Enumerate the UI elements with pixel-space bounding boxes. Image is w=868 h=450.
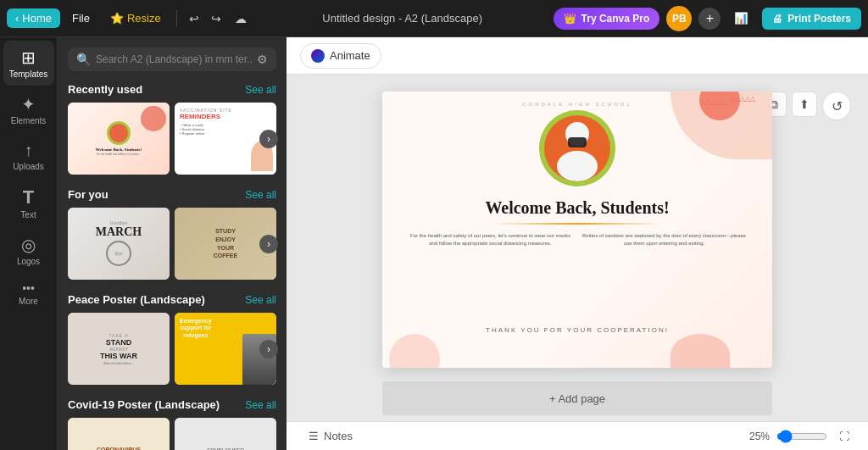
undo-redo-group: ↩ ↪ (184, 8, 226, 29)
document-title: Untitled design - A2 (Landscape) (322, 12, 482, 25)
covid-poster-see-all[interactable]: See all (245, 399, 276, 411)
home-button[interactable]: ‹ Home (7, 8, 60, 28)
template-welcome-back[interactable]: Welcome Back, Students! For the health a… (68, 103, 170, 175)
for-you-grid: Goodbye MARCH Bye STUDYENJOYYOURCOFFEE › (68, 208, 276, 280)
crown-icon: 👑 (564, 13, 576, 25)
print-icon: 🖨 (772, 13, 782, 25)
notes-button[interactable]: ☰ Notes (300, 426, 361, 446)
peace-poster-header: Peace Poster (Landscape) See all (68, 293, 276, 306)
text-icon: T (23, 186, 34, 208)
bottom-bar: ☰ Notes 25% ⛶ (287, 421, 868, 450)
for-you-header: For you See all (68, 188, 276, 201)
recently-used-nav-arrow[interactable]: › (259, 130, 278, 148)
print-posters-button[interactable]: 🖨 Print Posters (762, 8, 861, 30)
peace-poster-grid: TAKE A STAND AGAINST THIS WAR Black and … (68, 313, 276, 385)
poster-body-text: For the health and safety of our peers, … (382, 232, 772, 247)
user-avatar-button[interactable]: PB (666, 6, 692, 31)
template-march[interactable]: Goodbye MARCH Bye (68, 208, 170, 280)
recently-used-see-all[interactable]: See all (245, 84, 276, 96)
poster-canvas: △△△△△ △△△△△ CORDALE HIGH SCHOOL (382, 92, 772, 368)
poster-content: △△△△△ △△△△△ CORDALE HIGH SCHOOL (382, 92, 772, 368)
animate-button[interactable]: Animate (300, 43, 381, 69)
notes-icon: ☰ (309, 430, 319, 442)
sidebar-item-text[interactable]: T Text (3, 180, 54, 226)
add-page-text: + Add page (549, 392, 605, 405)
recently-used-title: Recently used (68, 83, 142, 96)
try-canva-button[interactable]: 👑 Try Canva Pro (554, 8, 660, 30)
sidebar-item-logos[interactable]: ◎ Logos (3, 228, 54, 273)
more-icon: ••• (22, 281, 35, 295)
poster-welcome-text: Welcome Back, Students! (485, 198, 669, 218)
search-bar[interactable]: 🔍 ⚙ (68, 47, 276, 71)
deco-blob-bottom (670, 334, 730, 368)
elements-icon: ✦ (21, 94, 36, 114)
main-area: ⊞ Templates ✦ Elements ↑ Uploads T Text … (0, 37, 868, 450)
template-take-stand[interactable]: TAKE A STAND AGAINST THIS WAR Black and … (68, 313, 170, 385)
template-corona[interactable]: CORONAVIRUS (68, 418, 170, 450)
nav-separator (176, 10, 177, 27)
file-button[interactable]: File (64, 8, 98, 28)
covid-poster-title: Covid-19 Poster (Landscape) (68, 398, 220, 411)
resize-button[interactable]: ⭐ Resize (102, 8, 170, 28)
sidebar-item-elements[interactable]: ✦ Elements (3, 87, 54, 132)
poster-underline (492, 223, 662, 225)
covid-poster-grid: CORONAVIRUS COVID-19 INFO (68, 418, 276, 450)
sidebar-item-uploads[interactable]: ↑ Uploads (3, 134, 54, 178)
canvas-container: ⧉ ⬆ ↺ △△△△△ △△△△△ CORDALE HIGH (287, 75, 868, 421)
poster-body-left: For the health and safety of our peers, … (408, 232, 573, 247)
svg-point-1 (557, 151, 598, 181)
peace-poster-title: Peace Poster (Landscape) (68, 293, 205, 306)
school-name: CORDALE HIGH SCHOOL (522, 102, 632, 107)
nav-title-area: Untitled design - A2 (Landscape) (255, 12, 550, 25)
poster-thank-you: THANK YOU FOR YOUR COOPERATION! (486, 326, 669, 334)
svg-rect-2 (568, 137, 587, 147)
redo-button[interactable]: ↪ (206, 8, 226, 29)
star-icon: ⭐ (110, 12, 124, 25)
canvas-toolbar: Animate (287, 37, 868, 75)
plus-button[interactable]: + (698, 8, 721, 30)
for-you-see-all[interactable]: See all (245, 189, 276, 201)
chevron-left-icon: ‹ (15, 12, 19, 25)
template-covid-2[interactable]: COVID-19 INFO (175, 418, 276, 450)
filter-icon[interactable]: ⚙ (257, 53, 268, 66)
peace-poster-nav-arrow[interactable]: › (259, 340, 278, 358)
for-you-title: For you (68, 188, 108, 201)
undo-button[interactable]: ↩ (184, 8, 204, 29)
add-page-bar[interactable]: + Add page (382, 381, 772, 415)
recently-used-grid: Welcome Back, Students! For the health a… (68, 103, 276, 175)
poster-body-right: Bottles of sanitizer are stationed by th… (581, 232, 747, 247)
canvas-area: Animate ⧉ ⬆ ↺ △△△△△ △△△△△ (287, 37, 868, 450)
bottom-right: 25% ⛶ (749, 426, 854, 447)
expand-button[interactable]: ⛶ (834, 426, 854, 447)
person-silhouette (544, 115, 610, 181)
refresh-button[interactable]: ↺ (822, 92, 851, 120)
animate-icon (311, 49, 325, 63)
deco-circle-bottom (389, 334, 440, 368)
for-you-nav-arrow[interactable]: › (259, 235, 278, 253)
templates-panel: 🔍 ⚙ Recently used See all Welcome Back, … (58, 37, 287, 450)
nav-right-area: 👑 Try Canva Pro PB + 📊 🖨 Print Posters (554, 6, 861, 31)
poster-avatar (539, 110, 615, 186)
search-icon: 🔍 (76, 53, 91, 66)
canvas-top-tools: ⧉ ⬆ ↺ (761, 92, 851, 120)
sidebar-item-more[interactable]: ••• More (3, 275, 54, 313)
zoom-level: 25% (749, 431, 770, 442)
cloud-button[interactable]: ☁ (230, 8, 252, 29)
uploads-icon: ↑ (25, 141, 33, 160)
sidebar-icons: ⊞ Templates ✦ Elements ↑ Uploads T Text … (0, 37, 58, 450)
peace-poster-see-all[interactable]: See all (245, 294, 276, 306)
sidebar-item-templates[interactable]: ⊞ Templates (3, 41, 54, 86)
download-button[interactable]: ⬆ (792, 92, 817, 117)
top-nav: ‹ Home File ⭐ Resize ↩ ↪ ☁ Untitled desi… (0, 0, 868, 37)
search-input[interactable] (96, 53, 252, 65)
zoom-slider[interactable] (776, 430, 827, 443)
recently-used-header: Recently used See all (68, 83, 276, 96)
templates-icon: ⊞ (21, 47, 36, 68)
analytics-button[interactable]: 📊 (727, 8, 755, 28)
logos-icon: ◎ (21, 235, 36, 255)
covid-poster-header: Covid-19 Poster (Landscape) See all (68, 398, 276, 411)
